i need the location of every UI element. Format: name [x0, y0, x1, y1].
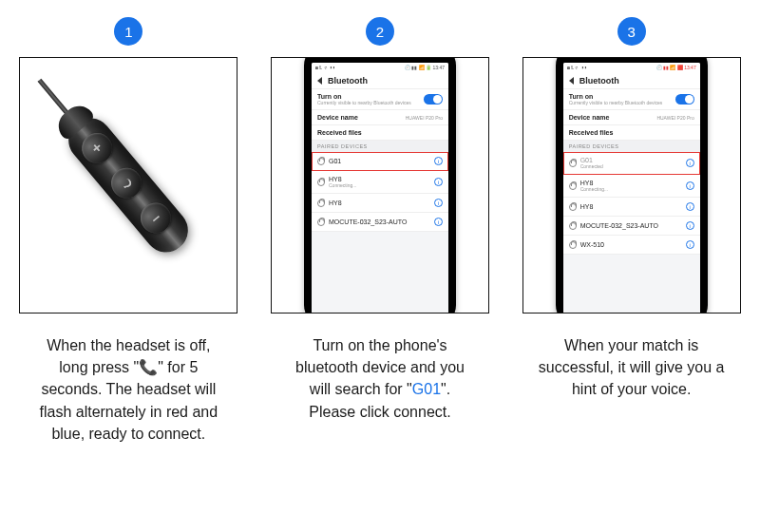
illustration-3: ▦ ⇅ ᯤ ▮▮ 🕘 ▮▮ 📶 🟥 13:47 Bluetooth Turn o… [522, 57, 741, 314]
illustration-2: ▦ ⇅ ᯤ ▮▮ 🕘 ▮▮ 📶 🔋 13:47 Bluetooth Turn o… [271, 57, 489, 314]
illustration-1: + – [19, 57, 238, 314]
title-bar: Bluetooth [563, 72, 700, 89]
received-files-label: Received files [317, 129, 362, 136]
device-name-value: HUAWEI P20 Pro [656, 115, 694, 121]
info-icon[interactable]: i [434, 199, 443, 207]
turn-on-label: Turn on [569, 93, 663, 100]
step-badge-2: 2 [366, 17, 394, 46]
call-button [105, 162, 148, 204]
status-right: 🕘 ▮▮ 📶 🔋 13:47 [405, 65, 445, 70]
device-name-label: Device name [317, 114, 358, 121]
info-icon[interactable]: i [434, 178, 443, 186]
status-right: 🕘 ▮▮ 📶 🟥 13:47 [656, 65, 696, 70]
turn-on-sub: Currently visible to nearby Bluetooth de… [569, 100, 663, 105]
step-badge-1: 1 [114, 17, 142, 46]
headset-remote: + – [19, 57, 238, 314]
caption-2: Turn on the phone's bluetooth device and… [285, 334, 475, 445]
volume-up-button: + [76, 126, 119, 169]
phone-mock-search: ▦ ⇅ ᯤ ▮▮ 🕘 ▮▮ 📶 🔋 13:47 Bluetooth Turn o… [304, 57, 456, 314]
info-icon[interactable]: i [434, 157, 443, 165]
volume-down-button: – [135, 197, 178, 239]
received-files-label: Received files [569, 129, 614, 136]
step-2: 2 ▦ ⇅ ᯤ ▮▮ 🕘 ▮▮ 📶 🔋 13:47 Bluetooth [263, 17, 498, 314]
caption-1: When the headset is off, long press "📞" … [33, 334, 223, 445]
status-bar: ▦ ⇅ ᯤ ▮▮ 🕘 ▮▮ 📶 🔋 13:47 [312, 63, 448, 72]
phone-call-icon [122, 178, 132, 188]
headphones-icon [569, 203, 577, 211]
step-3: 3 ▦ ⇅ ᯤ ▮▮ 🕘 ▮▮ 📶 🟥 13:47 Bluetooth [514, 17, 749, 314]
device-name: HY8 [580, 203, 682, 210]
steps-row: 1 + – 2 ▦ ⇅ ᯤ ▮▮ 🕘 ▮▮ 📶 [0, 0, 760, 314]
step-badge-3: 3 [618, 17, 646, 46]
device-row[interactable]: MOCUTE-032_S23-AUTOi [563, 217, 700, 236]
status-left: ▦ ⇅ ᯤ ▮▮ [567, 65, 587, 70]
title-bar: Bluetooth [312, 72, 448, 89]
phone-mock-connected: ▦ ⇅ ᯤ ▮▮ 🕘 ▮▮ 📶 🟥 13:47 Bluetooth Turn o… [556, 57, 708, 314]
device-row[interactable]: G01Connectedi [563, 152, 700, 175]
paired-header: PAIRED DEVICES [312, 141, 448, 152]
device-name: MOCUTE-032_S23-AUTO [329, 218, 430, 225]
device-name: HY8Connecting... [580, 180, 682, 192]
turn-on-row[interactable]: Turn on Currently visible to nearby Blue… [312, 89, 448, 110]
received-files-row[interactable]: Received files [312, 125, 448, 141]
info-icon[interactable]: i [686, 221, 694, 230]
paired-header: PAIRED DEVICES [563, 141, 700, 152]
earpiece [616, 57, 648, 58]
turn-on-label: Turn on [317, 93, 411, 100]
headphones-icon [317, 158, 325, 165]
device-status: Connected [580, 163, 682, 169]
device-name-label: Device name [569, 114, 610, 121]
screen-title: Bluetooth [328, 76, 368, 86]
info-icon[interactable]: i [686, 240, 694, 249]
turn-on-row[interactable]: Turn on Currently visible to nearby Blue… [563, 89, 700, 110]
device-row[interactable]: HY8i [563, 198, 700, 217]
device-list: G01ConnectediHY8Connecting...iHY8iMOCUTE… [563, 152, 700, 255]
device-name-row[interactable]: Device name HUAWEI P20 Pro [563, 110, 700, 125]
device-row[interactable]: G01i [312, 152, 448, 171]
captions-row: When the headset is off, long press "📞" … [0, 314, 760, 445]
device-status: Connecting... [329, 182, 430, 188]
bluetooth-toggle[interactable] [675, 94, 694, 104]
device-name: HY8 [329, 200, 430, 206]
headphones-icon [569, 241, 577, 249]
received-files-row[interactable]: Received files [563, 125, 700, 141]
device-list: G01iHY8Connecting...iHY8iMOCUTE-032_S23-… [312, 152, 448, 232]
screen-title: Bluetooth [580, 76, 619, 86]
device-name: MOCUTE-032_S23-AUTO [580, 222, 682, 229]
status-left: ▦ ⇅ ᯤ ▮▮ [315, 65, 335, 70]
turn-on-sub: Currently visible to nearby Bluetooth de… [317, 100, 411, 105]
caption-3: When your match is successful, it will g… [537, 334, 727, 445]
caption-2-highlight: G01 [412, 381, 441, 397]
device-status: Connecting... [580, 186, 682, 192]
device-name-row[interactable]: Device name HUAWEI P20 Pro [312, 110, 448, 125]
back-icon[interactable] [569, 77, 574, 85]
device-row[interactable]: WX-510i [563, 236, 700, 255]
step-1: 1 + – [11, 17, 246, 314]
headphones-icon [569, 222, 577, 230]
device-row[interactable]: HY8Connecting...i [563, 175, 700, 198]
headphones-icon [569, 160, 577, 167]
device-name: G01Connected [580, 157, 682, 169]
device-row[interactable]: HY8Connecting...i [312, 171, 448, 194]
info-icon[interactable]: i [434, 218, 443, 226]
info-icon[interactable]: i [686, 202, 694, 211]
back-icon[interactable] [317, 77, 322, 85]
screen: ▦ ⇅ ᯤ ▮▮ 🕘 ▮▮ 📶 🔋 13:47 Bluetooth Turn o… [312, 63, 448, 314]
bluetooth-toggle[interactable] [424, 94, 443, 104]
screen: ▦ ⇅ ᯤ ▮▮ 🕘 ▮▮ 📶 🟥 13:47 Bluetooth Turn o… [563, 63, 700, 314]
headphones-icon [317, 200, 325, 207]
status-bar: ▦ ⇅ ᯤ ▮▮ 🕘 ▮▮ 📶 🟥 13:47 [563, 63, 700, 72]
info-icon[interactable]: i [686, 159, 694, 167]
info-icon[interactable]: i [686, 181, 694, 190]
device-name: G01 [329, 158, 430, 164]
device-name: HY8Connecting... [329, 176, 430, 188]
headphones-icon [317, 179, 325, 186]
headphones-icon [317, 218, 325, 226]
device-name: WX-510 [580, 241, 682, 248]
device-name-value: HUAWEI P20 Pro [406, 115, 443, 121]
device-row[interactable]: MOCUTE-032_S23-AUTOi [312, 213, 448, 232]
device-row[interactable]: HY8i [312, 194, 448, 213]
earpiece [364, 57, 396, 58]
phone-call-icon: 📞 [139, 359, 158, 375]
headphones-icon [569, 182, 577, 190]
